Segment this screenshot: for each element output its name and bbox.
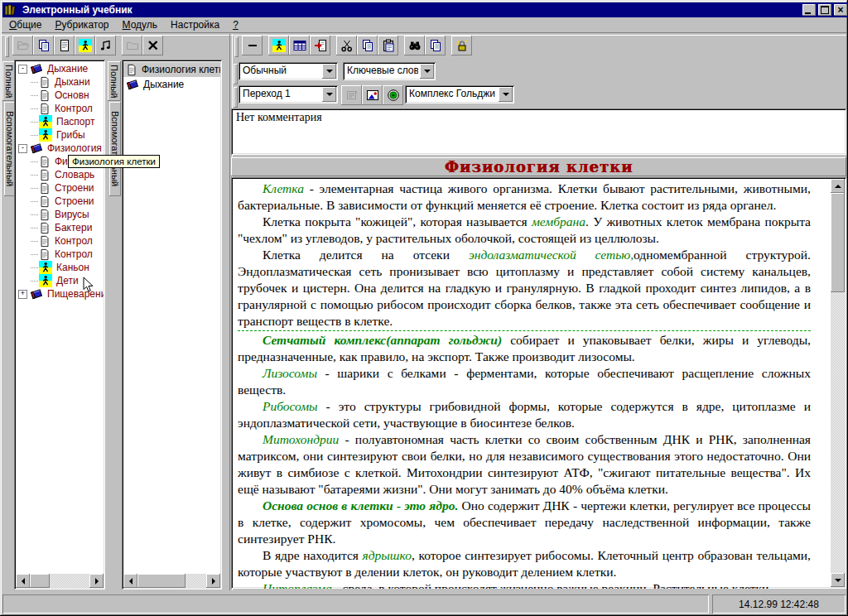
copy-pages-button[interactable] (33, 36, 54, 55)
walker-icon (272, 39, 286, 52)
collapse-icon[interactable]: - (18, 65, 27, 74)
scroll-left-icon[interactable] (16, 574, 30, 588)
paste-button[interactable] (378, 36, 398, 55)
menu-settings[interactable]: Настройка (164, 18, 226, 32)
tree-item-page[interactable]: Строени (16, 181, 104, 195)
collapse-icon[interactable]: - (18, 144, 27, 153)
pages-button[interactable] (425, 36, 446, 55)
tab-full[interactable]: Полный (2, 61, 15, 101)
copy-button[interactable] (357, 36, 378, 55)
doc-icon (39, 235, 51, 248)
maximize-button[interactable] (818, 4, 831, 16)
scroll-right-icon[interactable] (206, 574, 220, 588)
keyword-term: Клетка (263, 181, 304, 195)
tree-item-page[interactable]: Контрол (16, 102, 104, 115)
scrollbar-thumb[interactable] (137, 574, 186, 588)
scrollbar-thumb[interactable] (831, 193, 845, 292)
chevron-down-icon[interactable] (322, 64, 336, 79)
tree-item-page[interactable]: Словарь (16, 168, 104, 181)
export-doc-button[interactable] (310, 36, 330, 55)
chevron-down-icon[interactable] (499, 87, 513, 102)
edit-anchor-button[interactable] (341, 85, 362, 105)
tree-item-label: Паспорт (55, 116, 96, 128)
tab-auxiliary[interactable]: Вспомогательный (109, 102, 121, 196)
toolbar-grip[interactable] (234, 36, 238, 57)
minimize-button[interactable] (802, 4, 816, 16)
scrollbar-track[interactable] (831, 292, 845, 573)
menu-rubricator[interactable]: Рубрикатор (48, 18, 115, 32)
style-combobox[interactable]: Обычный (238, 62, 338, 80)
toolbar-grip[interactable] (234, 87, 238, 108)
status-datetime: 14.12.99 12:42:48 (739, 599, 819, 610)
tree-item-page[interactable]: Основн (16, 89, 104, 102)
paragraph: Клетка делится на отсеки эндолазматическ… (238, 247, 811, 330)
list-item[interactable]: Дыхание (123, 77, 220, 92)
article-pane[interactable]: Клетка - элементарная частица живого орг… (231, 177, 846, 589)
tree-item-page[interactable]: Контрол (16, 248, 104, 261)
tab-full[interactable]: Полный (108, 61, 121, 101)
article-title-bar: Физиология клетки (231, 157, 846, 176)
tab-auxiliary[interactable]: Вспомогательный (4, 102, 15, 196)
walker-icon (39, 128, 52, 142)
tree-item-page[interactable]: Паспорт (16, 115, 104, 128)
image-button[interactable] (362, 85, 383, 105)
scrollbar-track[interactable] (186, 574, 206, 588)
toolbar-grip[interactable] (5, 36, 9, 57)
folder-open-button[interactable] (12, 36, 33, 55)
keyword-term: эндолазматической сетью, (469, 248, 634, 262)
minus-icon (246, 39, 259, 52)
tree-item-page[interactable]: Грибы (16, 128, 104, 142)
mode-combobox[interactable]: Ключевые слов (343, 62, 436, 80)
tree-item-page[interactable]: Каньон (16, 261, 104, 274)
tree-item-page[interactable]: Контрол (16, 234, 104, 248)
walker-button[interactable] (75, 36, 95, 55)
tree-item-page[interactable]: Бактери (16, 221, 104, 234)
music-button[interactable] (95, 36, 116, 55)
keyword-term: Лизосомы (263, 366, 317, 380)
target-button[interactable] (383, 85, 403, 105)
cut-button[interactable] (336, 36, 357, 55)
anchor-combobox[interactable]: Комплекс Гольджи (405, 85, 514, 103)
table-button[interactable] (289, 36, 310, 55)
menu-help[interactable]: ? (226, 18, 245, 32)
scrollbar-thumb[interactable] (30, 574, 50, 588)
document-button[interactable] (54, 36, 75, 55)
scroll-down-icon[interactable] (831, 573, 845, 587)
tree-item-page[interactable]: Вирусы (16, 208, 104, 221)
menu-general[interactable]: Общие (2, 18, 48, 32)
walker-button[interactable] (268, 36, 289, 55)
scroll-right-icon[interactable] (89, 574, 104, 588)
lock-button[interactable] (451, 36, 472, 55)
rubricator-tree: -ДыханиеДыханиОсновнКонтролПаспортГрибы-… (16, 62, 104, 574)
body-text: - среда, в которой происходят жизненно в… (332, 581, 769, 589)
tree-item-section[interactable]: -Физиология (16, 142, 104, 155)
vertical-scrollbar[interactable] (831, 179, 845, 587)
article-content: Клетка - элементарная частица живого орг… (238, 180, 811, 589)
scrollbar-track[interactable] (50, 574, 89, 588)
remove-button[interactable] (242, 36, 263, 55)
find-button[interactable] (404, 36, 425, 55)
toolbar-grip[interactable] (234, 64, 238, 84)
tree-item-page[interactable]: Строени (16, 195, 104, 208)
expand-icon[interactable]: + (18, 290, 27, 299)
chevron-down-icon[interactable] (420, 64, 434, 79)
comment-text: Нет комментария (236, 111, 322, 123)
close-button[interactable]: × (834, 4, 847, 16)
close-x-button[interactable] (142, 36, 163, 55)
transition-combobox[interactable]: Переход 1 (238, 85, 338, 103)
list-item-label: Дыхание (142, 79, 186, 90)
comment-box[interactable]: Нет комментария (231, 108, 846, 155)
scroll-up-icon[interactable] (831, 179, 845, 193)
list-item-selected[interactable]: Физиология клетк (123, 62, 220, 77)
horizontal-scrollbar[interactable] (16, 574, 104, 588)
tree-item-page[interactable]: Дыхани (16, 75, 104, 89)
horizontal-scrollbar[interactable] (123, 574, 220, 588)
folder-button[interactable] (122, 36, 142, 55)
module-list: Физиология клеткДыхание (123, 62, 220, 574)
doc-icon (39, 248, 51, 261)
chevron-down-icon[interactable] (322, 87, 336, 102)
scroll-left-icon[interactable] (123, 574, 137, 588)
menu-module[interactable]: Модуль (116, 18, 165, 32)
tree-connector (31, 200, 38, 202)
tree-item-section[interactable]: -Дыхание (16, 62, 104, 75)
